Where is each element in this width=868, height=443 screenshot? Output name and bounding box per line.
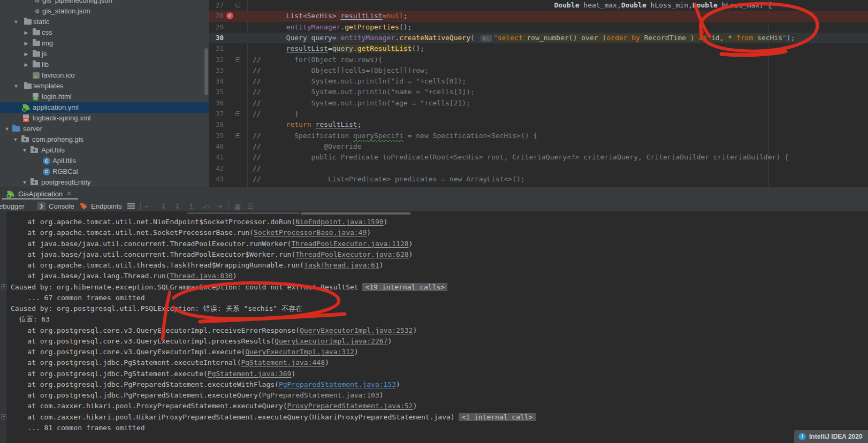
stack-trace-link[interactable]: PgPreparedStatement.java:103 bbox=[262, 391, 379, 399]
tree-item-favicon-ico[interactable]: favicon.ico bbox=[0, 70, 209, 81]
tree-item-application-yml[interactable]: application.yml bbox=[0, 102, 209, 113]
fold-marker-icon[interactable] bbox=[235, 111, 240, 116]
chevron-down-icon[interactable]: ▼ bbox=[4, 124, 10, 134]
code-line-37[interactable]: 37// } bbox=[209, 109, 868, 119]
tree-item-gis-station-json[interactable]: ⚙gis_station.json bbox=[0, 6, 209, 17]
fold-marker-icon[interactable] bbox=[235, 57, 240, 62]
code-line-40[interactable]: 40// @Override bbox=[209, 141, 868, 152]
stack-trace-text: at org.postgresql.jdbc.PgPreparedStateme… bbox=[11, 380, 279, 388]
code-line-32[interactable]: 32// for(Object row:rows){ bbox=[209, 55, 868, 65]
code-line-27[interactable]: 27 Double heat_max,Double hLoss_min,Doub… bbox=[209, 0, 868, 11]
chevron-down-icon[interactable]: ▼ bbox=[13, 17, 19, 27]
code-editor[interactable]: 27 Double heat_max,Double hLoss_min,Doub… bbox=[209, 0, 868, 187]
stack-trace-link[interactable]: ThreadPoolExecutor.java:628 bbox=[295, 250, 408, 258]
chevron-right-icon[interactable]: ▶ bbox=[23, 38, 29, 49]
chevron-down-icon[interactable]: ▼ bbox=[21, 177, 28, 187]
evaluate-expression-icon[interactable]: ▦ bbox=[234, 201, 241, 212]
code-line-43[interactable]: 43// List<Predicate> predicates = new Ar… bbox=[209, 174, 868, 185]
run-to-cursor-icon[interactable]: ⇥ bbox=[216, 201, 222, 212]
console-fold-icon[interactable]: + bbox=[1, 414, 6, 419]
chevron-right-icon[interactable]: ▶ bbox=[23, 27, 29, 38]
step-into-icon[interactable]: ↧ bbox=[161, 201, 166, 212]
console-fold-icon[interactable]: + bbox=[1, 284, 6, 289]
code-line-39[interactable]: 39// Specification querySpecifi = new Sp… bbox=[209, 131, 868, 141]
chevron-right-icon[interactable]: ▶ bbox=[23, 49, 29, 59]
code-line-29[interactable]: 29 entityManager.getProperties(); bbox=[209, 22, 868, 33]
tab-endpoints[interactable]: Endpoints bbox=[91, 201, 122, 212]
tree-item-css[interactable]: ▶css bbox=[0, 27, 209, 38]
stack-trace-link[interactable]: PgPreparedStatement.java:153 bbox=[279, 380, 396, 388]
code-line-33[interactable]: 33// Object[]cells=(Object[])row; bbox=[209, 65, 868, 76]
internal-calls-chip[interactable]: <19 internal calls> bbox=[362, 283, 447, 291]
code-line-41[interactable]: 41// public Predicate toPredicate(Root<S… bbox=[209, 152, 868, 163]
fold-marker-icon[interactable] bbox=[235, 3, 240, 7]
stack-trace-link[interactable]: PgStatement.java:448 bbox=[241, 358, 325, 366]
tree-item-img[interactable]: ▶img bbox=[0, 38, 209, 49]
code-line-36[interactable]: 36// System.out.println("age = "+cells[2… bbox=[209, 98, 868, 109]
code-line-30[interactable]: 30 Query query= entityManager.createNati… bbox=[209, 33, 868, 43]
fold-marker-icon[interactable] bbox=[235, 133, 240, 138]
console-line: at org.apache.tomcat.util.net.NioEndpoin… bbox=[11, 217, 387, 227]
stack-trace-link[interactable]: Thread.java:830 bbox=[170, 272, 232, 280]
stack-trace-text: ) bbox=[396, 380, 400, 388]
code-line-34[interactable]: 34// System.out.println("id = "+cells[0]… bbox=[209, 76, 868, 87]
tree-item-templates[interactable]: ▼templates bbox=[0, 81, 209, 91]
line-number: 29 bbox=[209, 22, 224, 33]
step-over-icon[interactable]: ⌁ bbox=[144, 201, 149, 212]
code-token: (); bbox=[412, 44, 424, 52]
stack-trace-link[interactable]: SocketProcessorBase.java:49 bbox=[254, 228, 367, 236]
tree-item-js[interactable]: ▶js bbox=[0, 49, 209, 59]
layout-settings-icon[interactable]: ☲ bbox=[247, 201, 254, 212]
tree-item-static[interactable]: ▼static bbox=[0, 17, 209, 27]
stack-trace-link[interactable]: TaskThread.java:61 bbox=[304, 261, 379, 269]
tab-console[interactable]: Console bbox=[49, 201, 74, 212]
tree-item-rgbcal[interactable]: CRGBCal bbox=[0, 166, 209, 177]
internal-calls-chip[interactable]: <1 internal call> bbox=[459, 413, 535, 421]
code-token: // List<Predicate> predicates = new Arra… bbox=[253, 175, 525, 183]
notification-balloon[interactable]: i IntelliJ IDEA 2020 bbox=[794, 430, 868, 443]
code-token: id, * bbox=[707, 34, 736, 42]
code-line-31[interactable]: 31 resultList=query.getResultList(); bbox=[209, 43, 868, 54]
chevron-down-icon[interactable]: ▼ bbox=[13, 81, 19, 91]
tree-item-login-html[interactable]: login.html bbox=[0, 91, 209, 102]
menu-icon[interactable] bbox=[127, 203, 135, 209]
stack-trace-text: at org.postgresql.jdbc.PgPreparedStateme… bbox=[11, 391, 262, 399]
chevron-down-icon[interactable]: ▼ bbox=[21, 145, 28, 156]
chevron-right-icon[interactable]: ▶ bbox=[23, 59, 29, 70]
stack-trace-link[interactable]: NioEndpoint.java:1590 bbox=[295, 218, 383, 226]
console-line: at org.postgresql.core.v3.QueryExecutorI… bbox=[11, 347, 359, 357]
stack-trace-link[interactable]: QueryExecutorImpl.java:312 bbox=[245, 348, 354, 356]
tree-item-gis-pipelineconfig-json[interactable]: ⚙gis_pipelineconfig.json bbox=[0, 0, 209, 6]
drop-frame-icon[interactable]: ⤺ bbox=[202, 201, 210, 212]
tree-item-server[interactable]: ▼server bbox=[0, 124, 209, 134]
notification-title: IntelliJ IDEA 2020 bbox=[809, 430, 863, 443]
stack-trace-link[interactable]: QueryExecutorImpl.java:2267 bbox=[275, 337, 387, 345]
tree-scrollbar[interactable] bbox=[204, 48, 208, 95]
stack-trace-link[interactable]: PgStatement.java:369 bbox=[208, 370, 292, 378]
line-number: 38 bbox=[209, 119, 224, 130]
tree-item-postgresqlentity[interactable]: ▼postgresqlEntity bbox=[0, 177, 209, 187]
stack-trace-link[interactable]: QueryExecutorImpl.java:2532 bbox=[300, 326, 413, 334]
stack-trace-link[interactable]: ThreadPoolExecutor.java:1128 bbox=[291, 240, 408, 248]
chevron-down-icon[interactable]: ▼ bbox=[12, 134, 19, 145]
tree-item-lib[interactable]: ▶lib bbox=[0, 59, 209, 70]
code-line-38[interactable]: 38 return resultList; bbox=[209, 119, 868, 130]
stack-trace-link[interactable]: ProxyPreparedStatement.java:52 bbox=[287, 402, 413, 410]
tree-item-logback-spring-xml[interactable]: logback-spring.xml bbox=[0, 113, 209, 124]
tree-item-apiutils[interactable]: CApiUtils bbox=[0, 156, 209, 166]
code-line-35[interactable]: 35// System.out.println("name = "+cells[… bbox=[209, 87, 868, 97]
tab-debugger[interactable]: ebugger bbox=[0, 201, 25, 212]
code-token: getResultList bbox=[357, 44, 412, 52]
code-token: RecordTime ) bbox=[640, 34, 699, 42]
code-line-28[interactable]: 28✓ List<SecHis> resultList=null; bbox=[209, 11, 868, 21]
tree-item-label: js bbox=[42, 49, 47, 59]
stack-trace-text: ) bbox=[409, 250, 413, 258]
spring-boot-icon bbox=[7, 190, 14, 197]
tree-item-apiutils[interactable]: ▼ApiUtils bbox=[0, 145, 209, 156]
force-step-into-icon[interactable]: ↧ bbox=[174, 201, 180, 212]
code-line-42[interactable]: 42// bbox=[209, 163, 868, 174]
console-output[interactable]: at org.apache.tomcat.util.net.NioEndpoin… bbox=[0, 211, 868, 443]
tree-item-com-proheng-gis[interactable]: ▼com.proheng.gis bbox=[0, 134, 209, 145]
step-out-icon[interactable]: ↥ bbox=[188, 201, 194, 212]
stack-trace-text: at java.base/java.util.concurrent.Thread… bbox=[11, 250, 295, 258]
